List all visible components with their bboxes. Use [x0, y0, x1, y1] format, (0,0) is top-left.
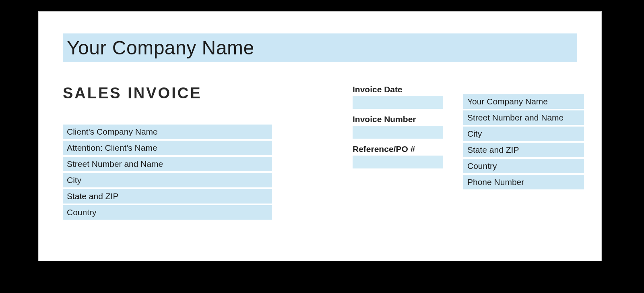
meta-column: Invoice Date Invoice Number Reference/PO… [353, 85, 443, 174]
left-column: SALES INVOICE Client's Company Name Atte… [63, 85, 272, 221]
client-line[interactable]: City [63, 173, 272, 187]
invoice-number-field[interactable] [353, 126, 443, 139]
company-detail-line[interactable]: Phone Number [463, 175, 584, 189]
invoice-page: Your Company Name SALES INVOICE Client's… [38, 11, 602, 261]
client-line[interactable]: State and ZIP [63, 189, 272, 204]
company-detail-line[interactable]: Your Company Name [463, 94, 584, 109]
company-details-column: Your Company Name Street Number and Name… [463, 94, 584, 191]
invoice-date-field[interactable] [353, 96, 443, 109]
invoice-number-label: Invoice Number [353, 114, 443, 124]
company-detail-line[interactable]: State and ZIP [463, 143, 584, 157]
client-line[interactable]: Street Number and Name [63, 157, 272, 171]
content-area: SALES INVOICE Client's Company Name Atte… [63, 85, 577, 221]
company-detail-line[interactable]: City [463, 127, 584, 141]
document-title: SALES INVOICE [63, 85, 272, 102]
invoice-date-label: Invoice Date [353, 85, 443, 94]
company-name-bar[interactable]: Your Company Name [63, 33, 577, 62]
company-detail-line[interactable]: Country [463, 159, 584, 173]
reference-label: Reference/PO # [353, 144, 443, 154]
client-line[interactable]: Country [63, 205, 272, 220]
client-line[interactable]: Attention: Client's Name [63, 141, 272, 155]
client-line[interactable]: Client's Company Name [63, 125, 272, 139]
reference-field[interactable] [353, 156, 443, 168]
company-detail-line[interactable]: Street Number and Name [463, 110, 584, 125]
